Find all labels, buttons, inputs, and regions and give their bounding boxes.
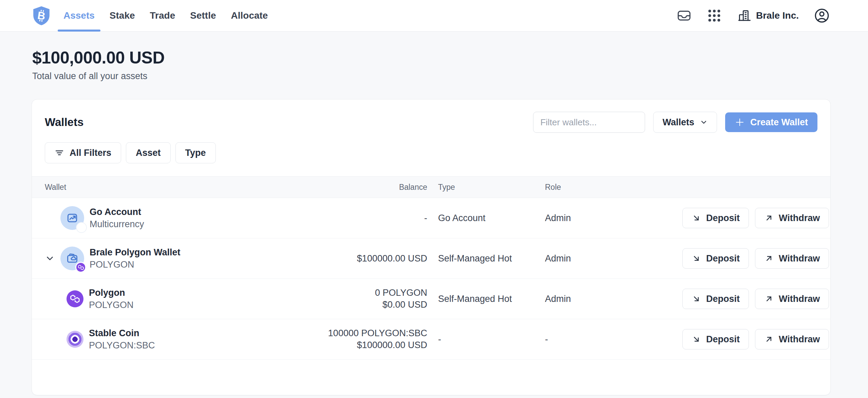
role-cell: - — [545, 334, 682, 345]
table-row[interactable]: Go Account Multicurrency - Go Account Ad… — [32, 198, 830, 238]
polygon-badge — [75, 262, 86, 273]
wallet-name: Brale Polygon Wallet — [90, 247, 181, 258]
filter-wallets-input[interactable] — [533, 112, 645, 133]
type-filter-button[interactable]: Type — [175, 142, 216, 163]
chevron-down-icon — [700, 118, 708, 126]
wallets-title: Wallets — [45, 116, 83, 129]
role-cell: Admin — [545, 294, 682, 304]
deposit-button[interactable]: Deposit — [682, 289, 749, 309]
withdraw-button[interactable]: Withdraw — [755, 248, 829, 269]
stable-coin-icon — [67, 331, 83, 348]
plus-icon — [735, 117, 745, 127]
arrow-up-right-icon — [764, 213, 774, 223]
wallet-subtitle: Multicurrency — [90, 218, 144, 230]
wallets-controls: Wallets Create Wallet — [533, 112, 817, 133]
go-account-icon — [66, 212, 79, 224]
type-cell: - — [427, 334, 545, 345]
org-name: Brale Inc. — [756, 10, 799, 21]
arrow-down-right-icon — [692, 294, 701, 304]
arrow-down-right-icon — [692, 254, 701, 263]
go-account-avatar — [60, 206, 84, 230]
apps-grid-button[interactable] — [706, 8, 722, 23]
withdraw-button[interactable]: Withdraw — [755, 208, 829, 228]
wallets-scope-dropdown[interactable]: Wallets — [653, 112, 717, 133]
filter-chips: All Filters Asset Type — [32, 142, 830, 163]
column-type: Type — [427, 183, 545, 192]
nav-item-settle[interactable]: Settle — [190, 0, 216, 32]
nav-item-assets[interactable]: Assets — [63, 0, 95, 32]
total-value: $100,000.00 USD — [32, 48, 868, 68]
arrow-up-right-icon — [764, 254, 774, 263]
building-icon — [737, 8, 751, 23]
total-value-subtitle: Total value of all your assets — [32, 71, 868, 82]
inbox-icon — [677, 8, 692, 23]
balance-cell: 100000 POLYGON:SBC $100000.00 USD — [282, 327, 427, 351]
portfolio-summary: $100,000.00 USD Total value of all your … — [0, 48, 868, 82]
nav-item-allocate[interactable]: Allocate — [231, 0, 268, 32]
arrow-down-right-icon — [692, 334, 701, 344]
type-cell: Go Account — [427, 213, 545, 223]
arrow-up-right-icon — [764, 334, 774, 344]
deposit-button[interactable]: Deposit — [682, 208, 749, 228]
deposit-button[interactable]: Deposit — [682, 248, 749, 269]
polygon-icon — [67, 290, 83, 307]
table-header: Wallet Balance Type Role — [32, 176, 830, 198]
role-cell: Admin — [545, 213, 682, 223]
chevron-down-icon[interactable] — [45, 253, 55, 264]
column-role: Role — [545, 183, 682, 192]
wallet-name: Polygon — [89, 287, 134, 298]
wallet-subtitle: POLYGON:SBC — [89, 340, 155, 351]
inbox-button[interactable] — [677, 8, 692, 23]
table-row[interactable]: Stable Coin POLYGON:SBC 100000 POLYGON:S… — [32, 319, 830, 360]
table-row[interactable]: Brale Polygon Wallet POLYGON $100000.00 … — [32, 238, 830, 279]
column-wallet: Wallet — [45, 183, 282, 192]
withdraw-button[interactable]: Withdraw — [755, 289, 829, 309]
top-bar-right: Brale Inc. — [677, 7, 830, 24]
asset-filter-button[interactable]: Asset — [126, 142, 171, 163]
arrow-down-right-icon — [692, 213, 701, 223]
all-filters-button[interactable]: All Filters — [45, 142, 121, 163]
polygon-wallet-avatar — [60, 247, 84, 270]
wallet-name: Stable Coin — [89, 327, 155, 339]
create-wallet-button[interactable]: Create Wallet — [725, 112, 817, 132]
wallet-subtitle: POLYGON — [89, 299, 134, 311]
table-row[interactable]: Polygon POLYGON 0 POLYGON $0.00 USD Self… — [32, 279, 830, 319]
top-bar: B Assets Stake Trade Settle Allocate — [0, 0, 868, 32]
filter-lines-icon — [55, 148, 64, 158]
profile-button[interactable] — [814, 7, 830, 24]
wallet-name: Go Account — [90, 206, 144, 218]
arrow-up-right-icon — [764, 294, 774, 304]
go-account-badge — [77, 223, 86, 232]
column-balance: Balance — [282, 183, 427, 192]
nav-item-trade[interactable]: Trade — [150, 0, 175, 32]
deposit-button[interactable]: Deposit — [682, 329, 749, 349]
wallets-card: Wallets Wallets Create Wallet All Filter… — [32, 99, 831, 395]
withdraw-button[interactable]: Withdraw — [755, 329, 829, 349]
balance-cell: - — [282, 212, 427, 224]
role-cell: Admin — [545, 253, 682, 264]
brale-shield-logo[interactable]: B — [32, 5, 51, 26]
apps-grid-icon — [706, 8, 722, 23]
wallets-card-header: Wallets Wallets Create Wallet — [32, 100, 830, 133]
balance-cell: $100000.00 USD — [282, 253, 427, 265]
org-switcher[interactable]: Brale Inc. — [737, 8, 799, 23]
type-cell: Self-Managed Hot — [427, 294, 545, 304]
type-cell: Self-Managed Hot — [427, 253, 545, 264]
balance-cell: 0 POLYGON $0.00 USD — [282, 287, 427, 311]
wallet-subtitle: POLYGON — [90, 259, 181, 270]
user-circle-icon — [814, 7, 830, 24]
nav-item-stake[interactable]: Stake — [110, 0, 135, 32]
main-nav: Assets Stake Trade Settle Allocate — [56, 0, 275, 32]
